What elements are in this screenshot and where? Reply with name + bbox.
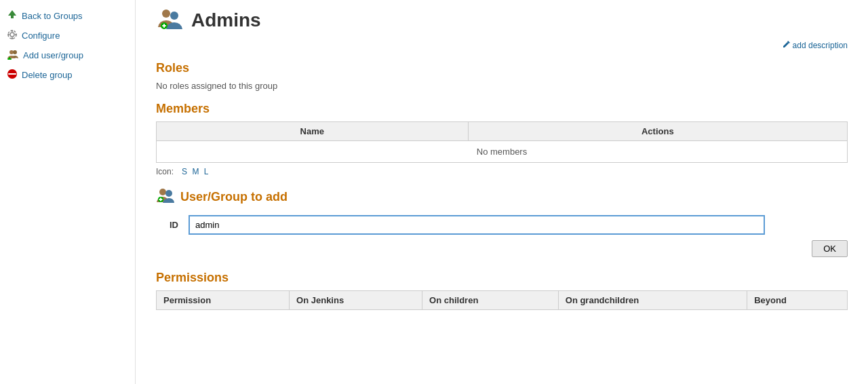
sidebar-item-label-back: Back to Groups	[22, 11, 83, 21]
sidebar-item-configure[interactable]: Configure	[0, 26, 135, 45]
add-user-icon	[7, 49, 19, 62]
permissions-col-on-children: On children	[422, 291, 559, 310]
members-col-actions: Actions	[468, 122, 847, 141]
permissions-table: Permission On Jenkins On children On gra…	[156, 290, 848, 310]
svg-point-13	[162, 9, 170, 18]
svg-point-18	[159, 189, 166, 195]
members-table: Name Actions No members	[156, 121, 848, 163]
ok-button[interactable]: OK	[812, 240, 848, 257]
id-input[interactable]	[189, 215, 765, 235]
sidebar-item-label-delete: Delete group	[22, 70, 72, 80]
icon-size-m[interactable]: M	[192, 167, 199, 176]
members-section-header: Members	[156, 102, 848, 116]
page-title: Admins	[191, 9, 261, 31]
svg-point-1	[10, 33, 14, 37]
sidebar-item-label-configure: Configure	[22, 31, 60, 41]
add-user-group-label: User/Group to add	[180, 190, 288, 204]
permissions-col-on-grandchildren: On grandchildren	[558, 291, 747, 310]
svg-point-14	[170, 12, 178, 20]
svg-rect-4	[12, 37, 13, 39]
roles-section-header: Roles	[156, 61, 848, 75]
admins-group-icon	[156, 7, 184, 33]
icon-size-l[interactable]: L	[204, 167, 209, 176]
svg-marker-0	[8, 10, 16, 18]
sidebar-item-label-add-user: Add user/group	[23, 50, 83, 60]
add-user-group-section-header: User/Group to add	[156, 187, 848, 207]
icon-size-s[interactable]: S	[182, 167, 187, 176]
svg-rect-3	[12, 30, 13, 32]
permissions-col-beyond: Beyond	[747, 291, 848, 310]
svg-rect-10	[7, 58, 12, 60]
id-row: ID	[156, 215, 848, 235]
svg-rect-17	[162, 25, 166, 26]
back-icon	[7, 9, 18, 22]
svg-rect-12	[8, 73, 16, 75]
add-description-label: add description	[793, 41, 848, 50]
permissions-col-on-jenkins: On Jenkins	[290, 291, 422, 310]
svg-point-19	[165, 190, 172, 197]
page-title-row: Admins	[156, 7, 848, 33]
sidebar-item-delete-group[interactable]: Delete group	[0, 65, 135, 85]
add-user-group-icon	[156, 187, 175, 207]
svg-rect-5	[7, 34, 9, 35]
svg-point-8	[13, 50, 17, 54]
members-col-name: Name	[157, 122, 469, 141]
icon-size-row: Icon: S M L	[156, 167, 848, 176]
configure-icon	[7, 29, 18, 42]
members-empty-cell: No members	[157, 141, 848, 163]
ok-row: OK	[156, 240, 848, 257]
add-description-link[interactable]: add description	[783, 40, 848, 50]
permissions-section-header: Permissions	[156, 271, 848, 285]
sidebar: Back to Groups Configure	[0, 0, 136, 384]
sidebar-item-back-to-groups[interactable]: Back to Groups	[0, 5, 135, 26]
roles-empty-message: No roles assigned to this group	[156, 81, 848, 91]
main-content: Admins add description Roles No roles as…	[136, 0, 868, 384]
id-label: ID	[170, 220, 183, 230]
sidebar-item-add-user-group[interactable]: Add user/group	[0, 45, 135, 65]
svg-rect-6	[15, 34, 17, 35]
permissions-col-permission: Permission	[157, 291, 290, 310]
members-empty-row: No members	[157, 141, 848, 163]
svg-rect-22	[159, 199, 163, 200]
delete-icon	[7, 69, 18, 81]
icon-size-label: Icon:	[156, 167, 174, 176]
add-description-row: add description	[156, 40, 848, 50]
edit-icon	[783, 40, 791, 50]
